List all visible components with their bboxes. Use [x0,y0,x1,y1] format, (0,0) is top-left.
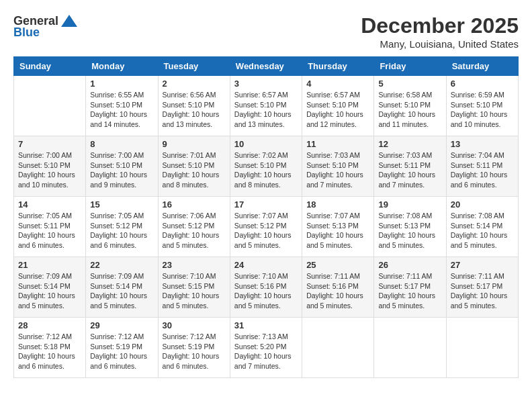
calendar-day-cell: 21Sunrise: 7:09 AM Sunset: 5:14 PM Dayli… [14,257,86,318]
calendar-day-cell: 24Sunrise: 7:10 AM Sunset: 5:16 PM Dayli… [230,257,302,318]
day-info: Sunrise: 7:11 AM Sunset: 5:17 PM Dayligh… [378,271,441,311]
day-of-week-header: Tuesday [158,57,230,76]
calendar-day-cell: 18Sunrise: 7:07 AM Sunset: 5:13 PM Dayli… [302,197,374,257]
calendar-day-cell: 17Sunrise: 7:07 AM Sunset: 5:12 PM Dayli… [230,197,302,257]
day-info: Sunrise: 7:12 AM Sunset: 5:19 PM Dayligh… [90,332,153,371]
day-info: Sunrise: 6:59 AM Sunset: 5:10 PM Dayligh… [451,90,514,130]
calendar-day-cell: 16Sunrise: 7:06 AM Sunset: 5:12 PM Dayli… [158,197,230,257]
day-number: 31 [234,320,298,330]
day-number: 3 [234,79,298,89]
calendar-table: SundayMondayTuesdayWednesdayThursdayFrid… [13,56,519,378]
day-info: Sunrise: 6:56 AM Sunset: 5:10 PM Dayligh… [163,90,226,130]
day-number: 7 [18,139,81,149]
month-title: December 2025 [361,13,519,38]
day-number: 10 [234,139,298,149]
logo-icon [60,13,79,28]
calendar-day-cell: 11Sunrise: 7:03 AM Sunset: 5:10 PM Dayli… [302,136,374,197]
day-number: 21 [18,260,81,270]
svg-marker-0 [61,15,77,27]
logo-blue-text: Blue [13,26,40,40]
day-info: Sunrise: 7:03 AM Sunset: 5:10 PM Dayligh… [306,150,369,190]
day-info: Sunrise: 7:07 AM Sunset: 5:12 PM Dayligh… [234,211,298,250]
day-number: 18 [306,199,369,210]
calendar-day-cell: 9Sunrise: 7:01 AM Sunset: 5:10 PM Daylig… [158,136,230,197]
calendar-day-cell: 3Sunrise: 6:57 AM Sunset: 5:10 PM Daylig… [230,76,302,136]
day-number: 14 [18,199,81,210]
day-info: Sunrise: 7:13 AM Sunset: 5:20 PM Dayligh… [234,332,298,371]
day-of-week-header: Saturday [446,57,518,76]
calendar-week-row: 7Sunrise: 7:00 AM Sunset: 5:10 PM Daylig… [14,136,519,197]
day-number: 17 [234,199,298,210]
day-number: 9 [163,139,226,149]
day-number: 19 [378,199,441,210]
day-of-week-header: Wednesday [230,57,302,76]
calendar-day-cell: 12Sunrise: 7:03 AM Sunset: 5:11 PM Dayli… [374,136,446,197]
day-info: Sunrise: 7:06 AM Sunset: 5:12 PM Dayligh… [163,211,226,250]
calendar-day-cell [302,318,374,378]
day-of-week-header: Sunday [14,57,86,76]
location-text: Many, Louisiana, United States [361,38,519,50]
calendar-week-row: 1Sunrise: 6:55 AM Sunset: 5:10 PM Daylig… [14,76,519,136]
calendar-day-cell: 29Sunrise: 7:12 AM Sunset: 5:19 PM Dayli… [86,318,158,378]
day-info: Sunrise: 7:01 AM Sunset: 5:10 PM Dayligh… [163,150,226,190]
calendar-day-cell: 28Sunrise: 7:12 AM Sunset: 5:18 PM Dayli… [14,318,86,378]
day-number: 11 [306,139,369,149]
day-number: 23 [163,260,226,270]
day-number: 4 [306,79,369,89]
calendar-day-cell: 2Sunrise: 6:56 AM Sunset: 5:10 PM Daylig… [158,76,230,136]
day-info: Sunrise: 7:05 AM Sunset: 5:12 PM Dayligh… [90,211,153,250]
calendar-week-row: 21Sunrise: 7:09 AM Sunset: 5:14 PM Dayli… [14,257,519,318]
calendar-day-cell: 22Sunrise: 7:09 AM Sunset: 5:14 PM Dayli… [86,257,158,318]
day-info: Sunrise: 7:11 AM Sunset: 5:17 PM Dayligh… [451,271,514,311]
calendar-day-cell: 5Sunrise: 6:58 AM Sunset: 5:10 PM Daylig… [374,76,446,136]
calendar-week-row: 14Sunrise: 7:05 AM Sunset: 5:11 PM Dayli… [14,197,519,257]
day-number: 1 [90,79,153,89]
day-info: Sunrise: 7:00 AM Sunset: 5:10 PM Dayligh… [18,150,81,190]
day-number: 2 [163,79,226,89]
calendar-day-cell: 7Sunrise: 7:00 AM Sunset: 5:10 PM Daylig… [14,136,86,197]
title-section: December 2025 Many, Louisiana, United St… [361,13,519,50]
logo: General Blue [13,13,79,40]
day-number: 12 [378,139,441,149]
day-number: 16 [163,199,226,210]
day-number: 6 [451,79,514,89]
calendar-week-row: 28Sunrise: 7:12 AM Sunset: 5:18 PM Dayli… [14,318,519,378]
day-number: 20 [451,199,514,210]
calendar-day-cell: 4Sunrise: 6:57 AM Sunset: 5:10 PM Daylig… [302,76,374,136]
day-number: 15 [90,199,153,210]
day-number: 29 [90,320,153,330]
day-info: Sunrise: 7:10 AM Sunset: 5:15 PM Dayligh… [163,271,226,311]
day-info: Sunrise: 7:12 AM Sunset: 5:19 PM Dayligh… [163,332,226,371]
calendar-day-cell: 19Sunrise: 7:08 AM Sunset: 5:13 PM Dayli… [374,197,446,257]
day-number: 25 [306,260,369,270]
day-info: Sunrise: 7:08 AM Sunset: 5:13 PM Dayligh… [378,211,441,250]
calendar-day-cell [14,76,86,136]
calendar-day-cell: 6Sunrise: 6:59 AM Sunset: 5:10 PM Daylig… [446,76,518,136]
day-number: 26 [378,260,441,270]
calendar-day-cell: 26Sunrise: 7:11 AM Sunset: 5:17 PM Dayli… [374,257,446,318]
day-info: Sunrise: 7:04 AM Sunset: 5:11 PM Dayligh… [451,150,514,190]
calendar-day-cell: 31Sunrise: 7:13 AM Sunset: 5:20 PM Dayli… [230,318,302,378]
day-number: 30 [163,320,226,330]
day-of-week-header: Thursday [302,57,374,76]
calendar-day-cell: 30Sunrise: 7:12 AM Sunset: 5:19 PM Dayli… [158,318,230,378]
day-info: Sunrise: 7:10 AM Sunset: 5:16 PM Dayligh… [234,271,298,311]
day-info: Sunrise: 7:00 AM Sunset: 5:10 PM Dayligh… [90,150,153,190]
day-number: 8 [90,139,153,149]
calendar-day-cell: 14Sunrise: 7:05 AM Sunset: 5:11 PM Dayli… [14,197,86,257]
calendar-day-cell: 27Sunrise: 7:11 AM Sunset: 5:17 PM Dayli… [446,257,518,318]
day-number: 22 [90,260,153,270]
calendar-day-cell: 25Sunrise: 7:11 AM Sunset: 5:16 PM Dayli… [302,257,374,318]
calendar-day-cell: 1Sunrise: 6:55 AM Sunset: 5:10 PM Daylig… [86,76,158,136]
day-info: Sunrise: 7:02 AM Sunset: 5:10 PM Dayligh… [234,150,298,190]
day-of-week-header: Monday [86,57,158,76]
day-info: Sunrise: 7:08 AM Sunset: 5:14 PM Dayligh… [451,211,514,250]
day-info: Sunrise: 6:57 AM Sunset: 5:10 PM Dayligh… [306,90,369,130]
day-number: 5 [378,79,441,89]
day-number: 28 [18,320,81,330]
day-number: 27 [451,260,514,270]
calendar-day-cell [446,318,518,378]
day-info: Sunrise: 6:55 AM Sunset: 5:10 PM Dayligh… [90,90,153,130]
calendar-header-row: SundayMondayTuesdayWednesdayThursdayFrid… [14,57,519,76]
calendar-day-cell [374,318,446,378]
